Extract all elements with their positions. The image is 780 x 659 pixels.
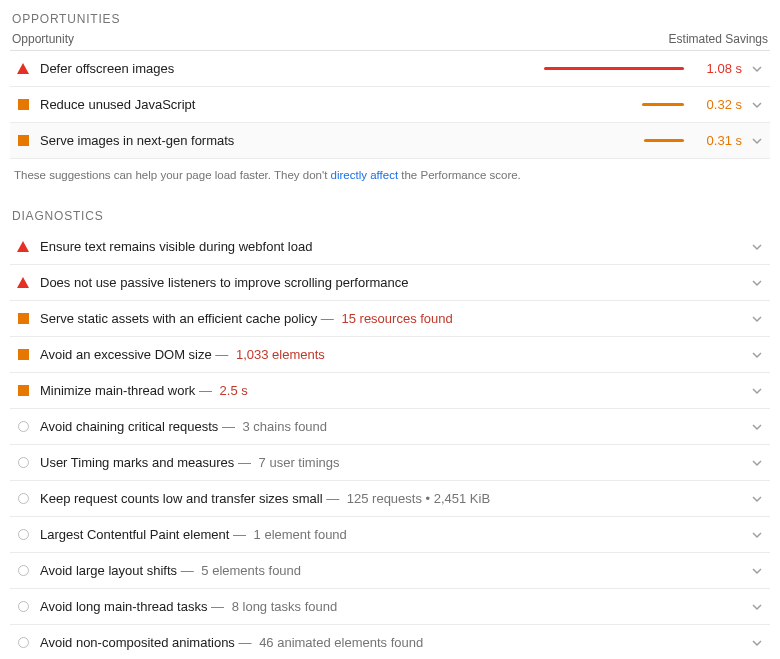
diagnostic-title: Does not use passive listeners to improv… xyxy=(40,275,579,290)
diagnostic-row[interactable]: Avoid chaining critical requests — 3 cha… xyxy=(10,409,770,445)
savings-value: 1.08 s xyxy=(694,61,742,76)
opportunity-row[interactable]: Reduce unused JavaScript0.32 s xyxy=(10,87,770,123)
diagnostic-title-text: User Timing marks and measures xyxy=(40,455,234,470)
info-icon xyxy=(16,456,30,470)
diagnostic-row[interactable]: Ensure text remains visible during webfo… xyxy=(10,229,770,265)
chevron-down-icon xyxy=(750,636,764,650)
savings-bar xyxy=(642,103,684,106)
diagnostic-detail: 125 requests • 2,451 KiB xyxy=(347,491,490,506)
opportunity-title: Defer offscreen images xyxy=(40,61,534,76)
diagnostic-detail: 2.5 s xyxy=(220,383,248,398)
diagnostic-row[interactable]: Minimize main-thread work — 2.5 s xyxy=(10,373,770,409)
opportunity-row[interactable]: Serve images in next-gen formats0.31 s xyxy=(10,123,770,159)
diagnostic-title-text: Avoid an excessive DOM size xyxy=(40,347,212,362)
diagnostic-title: Minimize main-thread work — 2.5 s xyxy=(40,383,499,398)
diagnostic-title: Serve static assets with an efficient ca… xyxy=(40,311,601,326)
chevron-down-icon xyxy=(750,348,764,362)
diagnostic-detail: 8 long tasks found xyxy=(232,599,338,614)
fail-icon xyxy=(16,276,30,290)
diagnostic-row[interactable]: Does not use passive listeners to improv… xyxy=(10,265,770,301)
savings-bar xyxy=(544,67,684,70)
diagnostic-title: Avoid an excessive DOM size — 1,033 elem… xyxy=(40,347,537,362)
chevron-down-icon xyxy=(750,98,764,112)
savings-bar-container xyxy=(534,139,684,142)
savings-bar-container xyxy=(534,103,684,106)
opportunities-columns: Opportunity Estimated Savings xyxy=(10,32,770,51)
column-opportunity: Opportunity xyxy=(12,32,74,46)
chevron-down-icon xyxy=(750,384,764,398)
diagnostic-row[interactable]: Avoid large layout shifts — 5 elements f… xyxy=(10,553,770,589)
info-icon xyxy=(16,564,30,578)
info-icon xyxy=(16,636,30,650)
opportunity-title: Reduce unused JavaScript xyxy=(40,97,534,112)
diagnostic-detail: 7 user timings xyxy=(259,455,340,470)
diagnostic-title: Avoid long main-thread tasks — 8 long ta… xyxy=(40,599,544,614)
chevron-down-icon xyxy=(750,420,764,434)
diagnostic-detail: 15 resources found xyxy=(341,311,452,326)
diagnostic-title-text: Largest Contentful Paint element xyxy=(40,527,229,542)
diagnostic-detail: 1 element found xyxy=(254,527,347,542)
diagnostics-section: DIAGNOSTICS Ensure text remains visible … xyxy=(10,205,770,659)
chevron-down-icon xyxy=(750,62,764,76)
savings-value: 0.31 s xyxy=(694,133,742,148)
detail-dash: — xyxy=(222,419,235,434)
diagnostics-header: DIAGNOSTICS xyxy=(10,205,770,229)
fail-icon xyxy=(16,62,30,76)
diagnostic-row[interactable]: Avoid an excessive DOM size — 1,033 elem… xyxy=(10,337,770,373)
chevron-down-icon xyxy=(750,456,764,470)
average-icon xyxy=(16,98,30,112)
opportunities-header: OPPORTUNITIES xyxy=(10,8,770,32)
chevron-down-icon xyxy=(750,240,764,254)
diagnostic-title: Avoid chaining critical requests — 3 cha… xyxy=(40,419,539,434)
diagnostics-list: Ensure text remains visible during webfo… xyxy=(10,229,770,659)
info-icon xyxy=(16,420,30,434)
diagnostic-title-text: Ensure text remains visible during webfo… xyxy=(40,239,312,254)
diagnostic-row[interactable]: Keep request counts low and transfer siz… xyxy=(10,481,770,517)
diagnostic-row[interactable]: User Timing marks and measures — 7 user … xyxy=(10,445,770,481)
opportunities-list: Defer offscreen images1.08 sReduce unuse… xyxy=(10,51,770,159)
diagnostic-title: Keep request counts low and transfer siz… xyxy=(40,491,620,506)
opportunity-row[interactable]: Defer offscreen images1.08 s xyxy=(10,51,770,87)
opportunities-disclaimer: These suggestions can help your page loa… xyxy=(10,159,770,205)
diagnostic-detail: 46 animated elements found xyxy=(259,635,423,650)
diagnostic-row[interactable]: Avoid non-composited animations — 46 ani… xyxy=(10,625,770,659)
info-icon xyxy=(16,528,30,542)
diagnostic-detail: 1,033 elements xyxy=(236,347,325,362)
detail-dash: — xyxy=(215,347,228,362)
diagnostic-title: Avoid large layout shifts — 5 elements f… xyxy=(40,563,526,578)
chevron-down-icon xyxy=(750,600,764,614)
diagnostic-title: Ensure text remains visible during webfo… xyxy=(40,239,531,254)
opportunity-title: Serve images in next-gen formats xyxy=(40,133,534,148)
fail-icon xyxy=(16,240,30,254)
detail-dash: — xyxy=(238,455,251,470)
chevron-down-icon xyxy=(750,134,764,148)
info-icon xyxy=(16,492,30,506)
savings-bar-container xyxy=(534,67,684,70)
diagnostic-row[interactable]: Serve static assets with an efficient ca… xyxy=(10,301,770,337)
diagnostic-title-text: Minimize main-thread work xyxy=(40,383,195,398)
detail-dash: — xyxy=(233,527,246,542)
average-icon xyxy=(16,312,30,326)
diagnostic-row[interactable]: Largest Contentful Paint element — 1 ele… xyxy=(10,517,770,553)
detail-dash: — xyxy=(181,563,194,578)
diagnostic-detail: 5 elements found xyxy=(201,563,301,578)
detail-dash: — xyxy=(211,599,224,614)
diagnostic-title: Avoid non-composited animations — 46 ani… xyxy=(40,635,587,650)
savings-value: 0.32 s xyxy=(694,97,742,112)
diagnostic-row[interactable]: Avoid long main-thread tasks — 8 long ta… xyxy=(10,589,770,625)
chevron-down-icon xyxy=(750,564,764,578)
chevron-down-icon xyxy=(750,492,764,506)
diagnostic-title-text: Keep request counts low and transfer siz… xyxy=(40,491,323,506)
info-icon xyxy=(16,600,30,614)
savings-bar xyxy=(644,139,684,142)
detail-dash: — xyxy=(326,491,339,506)
diagnostic-title-text: Avoid chaining critical requests xyxy=(40,419,218,434)
average-icon xyxy=(16,134,30,148)
diagnostic-title-text: Avoid long main-thread tasks xyxy=(40,599,207,614)
disclaimer-post: the Performance score. xyxy=(398,169,521,181)
chevron-down-icon xyxy=(750,276,764,290)
column-savings: Estimated Savings xyxy=(669,32,768,46)
diagnostic-title: User Timing marks and measures — 7 user … xyxy=(40,455,545,470)
disclaimer-link[interactable]: directly affect xyxy=(331,169,399,181)
diagnostic-title: Largest Contentful Paint element — 1 ele… xyxy=(40,527,548,542)
